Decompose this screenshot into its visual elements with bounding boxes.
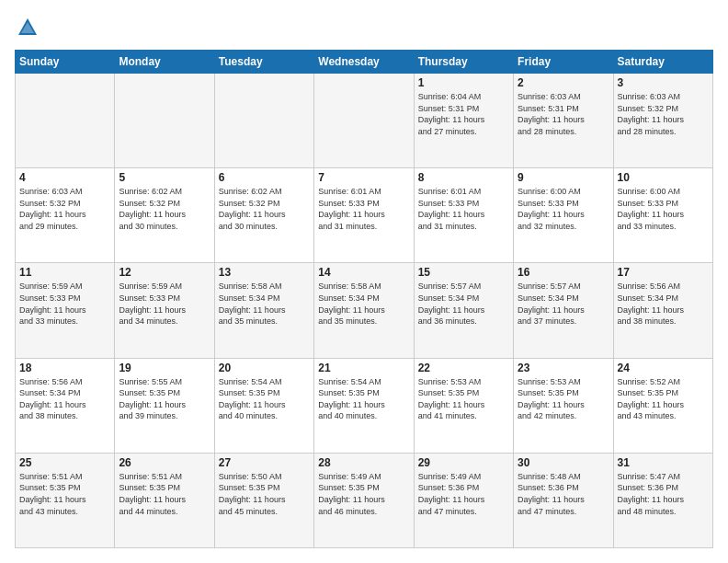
day-number: 14 (318, 266, 409, 279)
weekday-header-saturday: Saturday (613, 51, 712, 74)
day-info: Sunrise: 5:50 AM Sunset: 5:35 PM Dayligh… (219, 472, 286, 516)
day-number: 27 (219, 456, 310, 469)
day-info: Sunrise: 5:54 AM Sunset: 5:35 PM Dayligh… (219, 377, 286, 421)
calendar-cell (115, 74, 214, 168)
calendar-cell: 6Sunrise: 6:02 AM Sunset: 5:32 PM Daylig… (214, 168, 313, 263)
day-info: Sunrise: 5:52 AM Sunset: 5:35 PM Dayligh… (618, 377, 685, 421)
calendar-cell: 12Sunrise: 5:59 AM Sunset: 5:33 PM Dayli… (115, 263, 214, 358)
logo-icon (15, 15, 40, 40)
day-info: Sunrise: 5:47 AM Sunset: 5:36 PM Dayligh… (618, 472, 685, 516)
day-info: Sunrise: 6:03 AM Sunset: 5:32 PM Dayligh… (19, 187, 86, 231)
day-number: 15 (418, 266, 509, 279)
calendar-cell: 30Sunrise: 5:48 AM Sunset: 5:36 PM Dayli… (514, 453, 613, 547)
weekday-header-tuesday: Tuesday (214, 51, 313, 74)
calendar-cell (214, 74, 313, 168)
calendar-cell: 18Sunrise: 5:56 AM Sunset: 5:34 PM Dayli… (16, 358, 115, 453)
day-info: Sunrise: 6:04 AM Sunset: 5:31 PM Dayligh… (418, 92, 485, 136)
day-info: Sunrise: 5:57 AM Sunset: 5:34 PM Dayligh… (518, 282, 585, 326)
day-info: Sunrise: 5:54 AM Sunset: 5:35 PM Dayligh… (318, 377, 385, 421)
weekday-header-monday: Monday (115, 51, 214, 74)
day-number: 4 (19, 171, 110, 184)
day-info: Sunrise: 5:51 AM Sunset: 5:35 PM Dayligh… (119, 472, 186, 516)
calendar-cell: 7Sunrise: 6:01 AM Sunset: 5:33 PM Daylig… (314, 168, 414, 263)
calendar-cell: 19Sunrise: 5:55 AM Sunset: 5:35 PM Dayli… (115, 358, 214, 453)
calendar-cell: 13Sunrise: 5:58 AM Sunset: 5:34 PM Dayli… (214, 263, 313, 358)
day-number: 11 (19, 266, 110, 279)
day-number: 6 (219, 171, 310, 184)
day-info: Sunrise: 5:59 AM Sunset: 5:33 PM Dayligh… (119, 282, 186, 326)
day-number: 21 (318, 362, 409, 374)
day-number: 8 (418, 171, 509, 184)
day-info: Sunrise: 6:01 AM Sunset: 5:33 PM Dayligh… (318, 187, 385, 231)
day-number: 3 (618, 76, 709, 89)
calendar-week-3: 11Sunrise: 5:59 AM Sunset: 5:33 PM Dayli… (16, 263, 713, 358)
day-number: 22 (418, 362, 509, 374)
calendar-cell: 14Sunrise: 5:58 AM Sunset: 5:34 PM Dayli… (314, 263, 414, 358)
calendar: SundayMondayTuesdayWednesdayThursdayFrid… (15, 50, 713, 548)
calendar-cell: 10Sunrise: 6:00 AM Sunset: 5:33 PM Dayli… (613, 168, 712, 263)
day-number: 7 (318, 171, 409, 184)
calendar-cell: 3Sunrise: 6:03 AM Sunset: 5:32 PM Daylig… (613, 74, 712, 168)
calendar-cell: 17Sunrise: 5:56 AM Sunset: 5:34 PM Dayli… (613, 263, 712, 358)
day-info: Sunrise: 5:55 AM Sunset: 5:35 PM Dayligh… (119, 377, 186, 421)
calendar-cell: 11Sunrise: 5:59 AM Sunset: 5:33 PM Dayli… (16, 263, 115, 358)
day-number: 24 (618, 362, 709, 374)
day-number: 25 (19, 456, 110, 469)
day-number: 12 (119, 266, 210, 279)
calendar-cell: 16Sunrise: 5:57 AM Sunset: 5:34 PM Dayli… (514, 263, 613, 358)
page: SundayMondayTuesdayWednesdayThursdayFrid… (0, 0, 728, 563)
day-info: Sunrise: 6:01 AM Sunset: 5:33 PM Dayligh… (418, 187, 485, 231)
calendar-week-5: 25Sunrise: 5:51 AM Sunset: 5:35 PM Dayli… (16, 453, 713, 547)
calendar-cell: 24Sunrise: 5:52 AM Sunset: 5:35 PM Dayli… (613, 358, 712, 453)
calendar-week-2: 4Sunrise: 6:03 AM Sunset: 5:32 PM Daylig… (16, 168, 713, 263)
day-number: 28 (318, 456, 409, 469)
day-number: 9 (518, 171, 609, 184)
day-info: Sunrise: 5:57 AM Sunset: 5:34 PM Dayligh… (418, 282, 485, 326)
calendar-cell (314, 74, 414, 168)
day-number: 29 (418, 456, 509, 469)
header (15, 15, 713, 40)
calendar-cell: 4Sunrise: 6:03 AM Sunset: 5:32 PM Daylig… (16, 168, 115, 263)
weekday-header-friday: Friday (514, 51, 613, 74)
calendar-cell: 21Sunrise: 5:54 AM Sunset: 5:35 PM Dayli… (314, 358, 414, 453)
calendar-cell: 20Sunrise: 5:54 AM Sunset: 5:35 PM Dayli… (214, 358, 313, 453)
day-info: Sunrise: 5:59 AM Sunset: 5:33 PM Dayligh… (19, 282, 86, 326)
calendar-week-1: 1Sunrise: 6:04 AM Sunset: 5:31 PM Daylig… (16, 74, 713, 168)
weekday-header-wednesday: Wednesday (314, 51, 414, 74)
day-info: Sunrise: 5:49 AM Sunset: 5:36 PM Dayligh… (418, 472, 485, 516)
calendar-header: SundayMondayTuesdayWednesdayThursdayFrid… (16, 51, 713, 74)
day-number: 30 (518, 456, 609, 469)
calendar-cell: 28Sunrise: 5:49 AM Sunset: 5:35 PM Dayli… (314, 453, 414, 547)
calendar-cell: 22Sunrise: 5:53 AM Sunset: 5:35 PM Dayli… (414, 358, 513, 453)
calendar-body: 1Sunrise: 6:04 AM Sunset: 5:31 PM Daylig… (16, 74, 713, 548)
weekday-header-sunday: Sunday (16, 51, 115, 74)
day-info: Sunrise: 6:03 AM Sunset: 5:32 PM Dayligh… (618, 92, 685, 136)
day-info: Sunrise: 6:02 AM Sunset: 5:32 PM Dayligh… (119, 187, 186, 231)
day-info: Sunrise: 5:49 AM Sunset: 5:35 PM Dayligh… (318, 472, 385, 516)
day-number: 18 (19, 362, 110, 374)
day-number: 16 (518, 266, 609, 279)
logo (15, 15, 44, 40)
weekday-header-thursday: Thursday (414, 51, 513, 74)
calendar-cell: 2Sunrise: 6:03 AM Sunset: 5:31 PM Daylig… (514, 74, 613, 168)
calendar-cell: 25Sunrise: 5:51 AM Sunset: 5:35 PM Dayli… (16, 453, 115, 547)
calendar-cell: 8Sunrise: 6:01 AM Sunset: 5:33 PM Daylig… (414, 168, 513, 263)
calendar-cell: 26Sunrise: 5:51 AM Sunset: 5:35 PM Dayli… (115, 453, 214, 547)
calendar-cell (16, 74, 115, 168)
calendar-cell: 31Sunrise: 5:47 AM Sunset: 5:36 PM Dayli… (613, 453, 712, 547)
day-number: 20 (219, 362, 310, 374)
day-info: Sunrise: 5:58 AM Sunset: 5:34 PM Dayligh… (318, 282, 385, 326)
day-info: Sunrise: 5:48 AM Sunset: 5:36 PM Dayligh… (518, 472, 585, 516)
day-info: Sunrise: 6:02 AM Sunset: 5:32 PM Dayligh… (219, 187, 286, 231)
day-info: Sunrise: 5:56 AM Sunset: 5:34 PM Dayligh… (19, 377, 86, 421)
calendar-cell: 29Sunrise: 5:49 AM Sunset: 5:36 PM Dayli… (414, 453, 513, 547)
day-info: Sunrise: 6:00 AM Sunset: 5:33 PM Dayligh… (518, 187, 585, 231)
day-info: Sunrise: 6:03 AM Sunset: 5:31 PM Dayligh… (518, 92, 585, 136)
calendar-cell: 27Sunrise: 5:50 AM Sunset: 5:35 PM Dayli… (214, 453, 313, 547)
day-number: 19 (119, 362, 210, 374)
calendar-cell: 5Sunrise: 6:02 AM Sunset: 5:32 PM Daylig… (115, 168, 214, 263)
calendar-week-4: 18Sunrise: 5:56 AM Sunset: 5:34 PM Dayli… (16, 358, 713, 453)
day-number: 1 (418, 76, 509, 89)
day-info: Sunrise: 6:00 AM Sunset: 5:33 PM Dayligh… (618, 187, 685, 231)
day-info: Sunrise: 5:56 AM Sunset: 5:34 PM Dayligh… (618, 282, 685, 326)
